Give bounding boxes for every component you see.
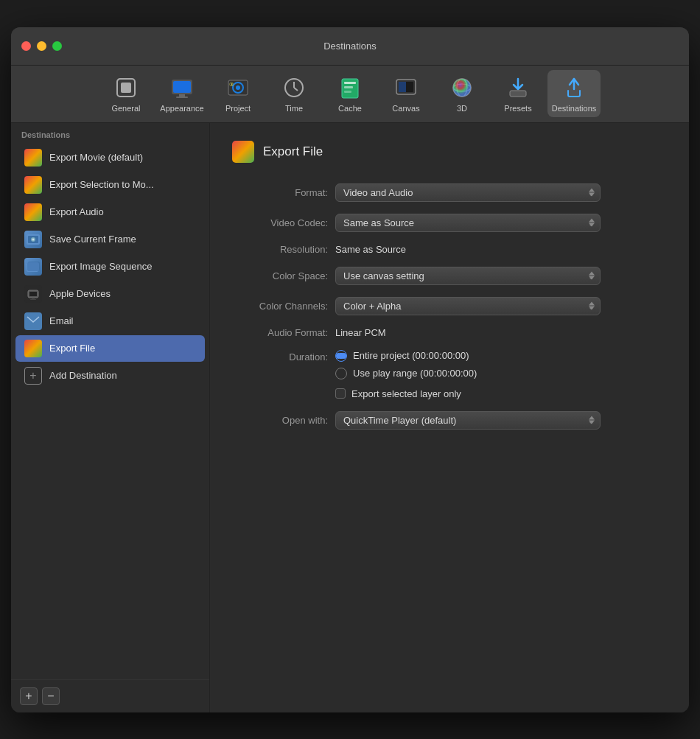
main-content: Destinations Export Movie (default) Expo… xyxy=(11,123,689,712)
duration-play-range-option[interactable]: Use play range (00:00:00:00) xyxy=(335,368,667,379)
duration-play-range-radio[interactable] xyxy=(335,368,347,379)
panel-title: Export File xyxy=(263,144,323,159)
color-channels-select[interactable]: Color + Alpha xyxy=(335,297,601,315)
sidebar-list: Export Movie (default) Export Selection … xyxy=(11,144,209,679)
toolbar-item-destinations[interactable]: Destinations xyxy=(547,70,601,117)
audio-format-value: Linear PCM xyxy=(335,327,667,338)
toolbar: General Appearance ③ xyxy=(11,66,689,123)
sidebar-label-email: Email xyxy=(49,315,74,326)
traffic-lights xyxy=(11,41,62,51)
sidebar-item-save-frame[interactable]: Save Current Frame xyxy=(15,226,205,253)
export-image-seq-icon xyxy=(24,258,42,276)
export-file-icon xyxy=(24,340,42,357)
color-channels-select-wrapper: Color + Alpha xyxy=(335,297,601,315)
title-bar: Destinations xyxy=(11,27,689,66)
svg-rect-19 xyxy=(399,82,406,92)
open-with-select[interactable]: QuickTime Player (default) xyxy=(335,411,601,430)
sidebar-item-export-file[interactable]: Export File xyxy=(15,335,205,362)
color-channels-label: Color Channels: xyxy=(232,301,335,312)
export-selection-icon xyxy=(24,176,42,194)
appearance-icon xyxy=(169,74,195,101)
presets-icon xyxy=(505,74,531,101)
detail-form: Format: Video and Audio Video Codec: Sam… xyxy=(232,183,667,430)
svg-rect-34 xyxy=(32,298,35,299)
toolbar-label-appearance: Appearance xyxy=(160,104,203,113)
toolbar-label-cache: Cache xyxy=(338,104,362,113)
duration-label: Duration: xyxy=(232,350,335,363)
3d-icon xyxy=(449,74,475,101)
resolution-value: Same as Source xyxy=(335,244,667,255)
destinations-icon xyxy=(561,74,587,101)
duration-entire-radio[interactable] xyxy=(335,350,347,362)
sidebar-label-add-destination: Add Destination xyxy=(49,370,117,381)
open-with-label: Open with: xyxy=(232,415,335,426)
svg-rect-14 xyxy=(344,82,356,84)
svg-rect-1 xyxy=(121,83,131,93)
add-item-button[interactable]: + xyxy=(20,687,38,705)
toolbar-item-cache[interactable]: Cache xyxy=(323,70,377,117)
sidebar-item-export-audio[interactable]: Export Audio xyxy=(15,199,205,225)
close-button[interactable] xyxy=(21,41,31,51)
svg-rect-16 xyxy=(344,91,351,93)
format-select[interactable]: Video and Audio xyxy=(335,183,601,202)
time-icon xyxy=(281,74,307,101)
sidebar-label-export-audio: Export Audio xyxy=(49,206,104,217)
export-layer-checkbox[interactable] xyxy=(335,388,346,399)
window-title: Destinations xyxy=(11,41,689,52)
sidebar-item-export-movie[interactable]: Export Movie (default) xyxy=(15,144,205,171)
toolbar-item-3d[interactable]: 3D xyxy=(435,70,489,117)
color-space-select-wrapper: Use canvas setting xyxy=(335,267,601,285)
video-codec-select-wrapper: Same as Source xyxy=(335,214,601,232)
toolbar-label-destinations: Destinations xyxy=(552,104,597,113)
sidebar: Destinations Export Movie (default) Expo… xyxy=(11,123,210,712)
sidebar-item-export-image-seq[interactable]: Export Image Sequence xyxy=(15,253,205,280)
toolbar-item-canvas[interactable]: Canvas xyxy=(379,70,433,117)
duration-entire-option[interactable]: Entire project (00:00:00:00) xyxy=(335,350,667,362)
minimize-button[interactable] xyxy=(37,41,46,51)
resolution-label: Resolution: xyxy=(232,244,335,255)
svg-rect-33 xyxy=(29,292,37,296)
toolbar-item-presets[interactable]: Presets xyxy=(491,70,545,117)
export-movie-icon xyxy=(24,149,42,167)
video-codec-select[interactable]: Same as Source xyxy=(335,214,601,232)
sidebar-item-export-selection[interactable]: Export Selection to Mo... xyxy=(15,172,205,198)
toolbar-label-canvas: Canvas xyxy=(392,104,419,113)
sidebar-label-export-selection: Export Selection to Mo... xyxy=(49,179,154,190)
svg-point-23 xyxy=(453,79,471,97)
cache-icon xyxy=(337,74,363,101)
sidebar-item-add-destination[interactable]: + Add Destination xyxy=(15,363,205,389)
sidebar-label-save-frame: Save Current Frame xyxy=(49,234,136,245)
remove-item-button[interactable]: − xyxy=(42,687,60,705)
sidebar-item-email[interactable]: Email xyxy=(15,308,205,335)
toolbar-item-time[interactable]: Time xyxy=(267,70,321,117)
video-codec-label: Video Codec: xyxy=(232,217,335,228)
save-frame-icon xyxy=(24,231,42,248)
add-destination-icon: + xyxy=(24,367,42,385)
open-with-select-wrapper: QuickTime Player (default) xyxy=(335,411,601,430)
toolbar-label-3d: 3D xyxy=(457,104,467,113)
svg-rect-3 xyxy=(173,81,191,93)
toolbar-item-general[interactable]: General xyxy=(99,70,153,117)
toolbar-item-project[interactable]: ③ Project xyxy=(211,70,265,117)
export-layer-label: Export selected layer only xyxy=(351,388,461,399)
svg-rect-4 xyxy=(179,94,185,97)
svg-point-28 xyxy=(32,238,35,240)
email-icon xyxy=(24,312,42,330)
project-icon: ③ xyxy=(225,74,251,101)
sidebar-label-export-image-seq: Export Image Sequence xyxy=(49,261,152,272)
sidebar-header: Destinations xyxy=(11,123,209,144)
color-space-select[interactable]: Use canvas setting xyxy=(335,267,601,285)
export-layer-option[interactable]: Export selected layer only xyxy=(335,388,667,399)
fullscreen-button[interactable] xyxy=(52,41,62,51)
toolbar-item-appearance[interactable]: Appearance xyxy=(155,70,209,117)
svg-rect-31 xyxy=(27,262,39,271)
sidebar-item-apple-devices[interactable]: Apple Devices xyxy=(15,281,205,307)
duration-entire-label: Entire project (00:00:00:00) xyxy=(353,350,469,361)
toolbar-label-presets: Presets xyxy=(504,104,531,113)
duration-content: Entire project (00:00:00:00) Use play ra… xyxy=(335,350,667,399)
toolbar-label-time: Time xyxy=(285,104,303,113)
toolbar-label-project: Project xyxy=(225,104,251,113)
svg-rect-35 xyxy=(30,299,36,300)
svg-line-12 xyxy=(294,88,298,91)
audio-format-label: Audio Format: xyxy=(232,327,335,338)
